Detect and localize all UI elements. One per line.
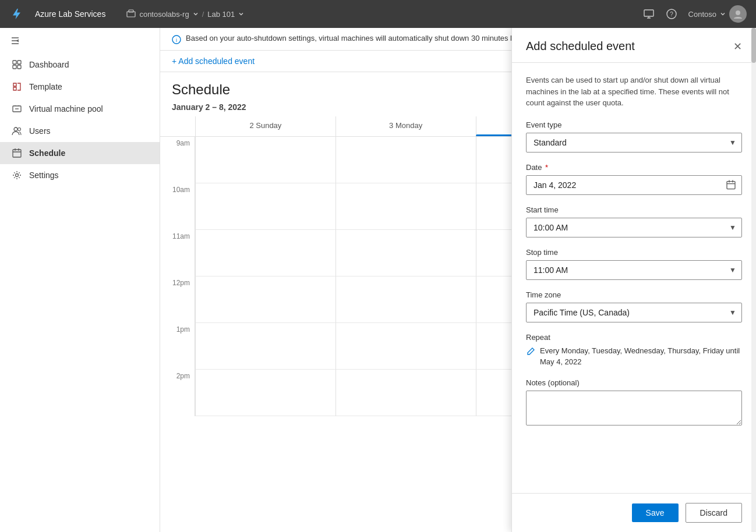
vm-pool-icon: [12, 104, 22, 114]
panel-close-button[interactable]: ✕: [733, 41, 742, 52]
svg-point-12: [18, 128, 21, 131]
sidebar-item-schedule[interactable]: Schedule: [0, 142, 160, 164]
discard-button[interactable]: Discard: [686, 503, 742, 523]
time-label-9am: 9am: [160, 137, 195, 183]
time-label-1pm: 1pm: [160, 323, 195, 370]
svg-rect-8: [13, 65, 16, 69]
panel-scrollbar: [751, 28, 756, 532]
add-scheduled-event-panel: Add scheduled event ✕ Events can be used…: [511, 28, 756, 532]
panel-description: Events can be used to start up and/or sh…: [526, 75, 742, 109]
date-field: Date *: [526, 163, 742, 195]
sidebar-label-dashboard: Dashboard: [29, 60, 69, 69]
sidebar-label-vm-pool: Virtual machine pool: [29, 104, 103, 114]
sidebar-item-settings[interactable]: Settings: [0, 164, 160, 186]
notes-textarea[interactable]: [526, 391, 742, 425]
calendar-cell-9am-mon[interactable]: [335, 137, 476, 183]
topbar: Azure Lab Services contosolabs-rg / Lab …: [0, 0, 756, 28]
calendar-icon[interactable]: [726, 179, 736, 190]
svg-rect-2: [644, 10, 653, 16]
sidebar-item-template[interactable]: Template: [0, 76, 160, 98]
calendar-cell-11am-sun[interactable]: [195, 230, 335, 276]
repeat-label: Repeat: [526, 333, 742, 342]
repeat-field: Repeat Every Monday, Tuesday, Wednesday,…: [526, 333, 742, 368]
event-type-select[interactable]: Standard Lab hours: [526, 133, 742, 152]
panel-footer: Save Discard: [512, 493, 756, 532]
panel-header: Add scheduled event ✕: [512, 28, 756, 63]
sidebar-label-schedule: Schedule: [29, 148, 65, 158]
sidebar-item-vm-pool[interactable]: Virtual machine pool: [0, 98, 160, 120]
date-input-wrapper: [526, 175, 742, 195]
repeat-text: Every Monday, Tuesday, Wednesday, Thursd…: [540, 345, 742, 368]
date-label: Date *: [526, 163, 742, 172]
calendar-cell-1pm-mon[interactable]: [335, 323, 476, 370]
info-icon: i: [172, 34, 181, 44]
calendar-cell-11am-mon[interactable]: [335, 230, 476, 276]
day-header-1: 3 Monday: [335, 116, 476, 136]
stop-time-select-wrapper: 10:00 AM 11:00 AM 12:00 PM ▼: [526, 260, 742, 280]
chevron-down-icon-2: [238, 11, 244, 17]
svg-point-11: [14, 127, 17, 131]
day-header-0: 2 Sunday: [195, 116, 335, 136]
calendar-cell-2pm-sun[interactable]: [195, 370, 335, 416]
user-name: Contoso: [688, 10, 716, 19]
sidebar-item-dashboard[interactable]: Dashboard: [0, 54, 160, 76]
settings-icon: [12, 170, 22, 180]
stop-time-label: Stop time: [526, 248, 742, 257]
repeat-row: Every Monday, Tuesday, Wednesday, Thursd…: [526, 345, 742, 368]
breadcrumb-separator: /: [202, 10, 204, 19]
breadcrumb-lab[interactable]: Lab 101: [207, 10, 235, 19]
time-label-11am: 11am: [160, 230, 195, 276]
calendar-cell-12pm-sun[interactable]: [195, 276, 335, 323]
users-icon: [12, 126, 22, 136]
panel-scrollbar-thumb[interactable]: [751, 28, 756, 63]
svg-rect-7: [17, 61, 21, 64]
calendar-cell-9am-sun[interactable]: [195, 137, 335, 183]
chevron-down-icon-user: [720, 11, 726, 17]
breadcrumb: contosolabs-rg / Lab 101: [126, 9, 244, 19]
resource-group-icon: [126, 9, 136, 19]
time-label-2pm: 2pm: [160, 370, 195, 416]
add-scheduled-event-button[interactable]: + Add scheduled event: [172, 56, 255, 66]
svg-text:i: i: [176, 37, 177, 43]
timezone-select[interactable]: Pacific Time (US, Canada) Eastern Time (…: [526, 303, 742, 322]
sidebar-label-settings: Settings: [29, 171, 59, 180]
repeat-edit-icon[interactable]: [526, 346, 535, 356]
sidebar-label-users: Users: [29, 126, 51, 136]
calendar-cell-1pm-sun[interactable]: [195, 323, 335, 370]
calendar-cell-10am-sun[interactable]: [195, 183, 335, 230]
event-type-field: Event type Standard Lab hours ▼: [526, 120, 742, 152]
help-icon[interactable]: ?: [666, 9, 677, 20]
time-label-10am: 10am: [160, 183, 195, 230]
notes-label: Notes (optional): [526, 378, 742, 387]
topbar-right: ? Contoso: [643, 5, 747, 23]
sidebar-collapse-btn[interactable]: [0, 28, 160, 54]
breadcrumb-rg[interactable]: contosolabs-rg: [139, 10, 189, 19]
app-name: Azure Lab Services: [35, 9, 105, 19]
sidebar-item-users[interactable]: Users: [0, 120, 160, 142]
calendar-cell-12pm-mon[interactable]: [335, 276, 476, 323]
svg-rect-17: [727, 182, 735, 189]
save-button[interactable]: Save: [632, 503, 679, 522]
user-menu[interactable]: Contoso: [688, 5, 747, 23]
dashboard-icon: [12, 59, 22, 70]
main-layout: Dashboard Template Virtual machine pool …: [0, 28, 756, 532]
date-input[interactable]: [526, 175, 742, 195]
schedule-icon: [12, 148, 22, 158]
timezone-label: Time zone: [526, 290, 742, 299]
timezone-field: Time zone Pacific Time (US, Canada) East…: [526, 290, 742, 322]
template-icon: [12, 81, 22, 92]
svg-rect-9: [17, 65, 21, 69]
stop-time-field: Stop time 10:00 AM 11:00 AM 12:00 PM ▼: [526, 248, 742, 280]
calendar-cell-10am-mon[interactable]: [335, 183, 476, 230]
panel-title: Add scheduled event: [526, 40, 635, 53]
timezone-select-wrapper: Pacific Time (US, Canada) Eastern Time (…: [526, 303, 742, 322]
start-time-select[interactable]: 9:00 AM 10:00 AM 11:00 AM 12:00 PM: [526, 218, 742, 237]
sidebar-label-template: Template: [29, 82, 62, 91]
stop-time-select[interactable]: 10:00 AM 11:00 AM 12:00 PM: [526, 260, 742, 280]
event-type-select-wrapper: Standard Lab hours ▼: [526, 133, 742, 152]
chevron-down-icon: [193, 11, 199, 17]
azure-logo: [9, 7, 23, 21]
monitor-icon[interactable]: [643, 8, 655, 20]
svg-rect-13: [13, 150, 21, 157]
calendar-cell-2pm-mon[interactable]: [335, 370, 476, 416]
